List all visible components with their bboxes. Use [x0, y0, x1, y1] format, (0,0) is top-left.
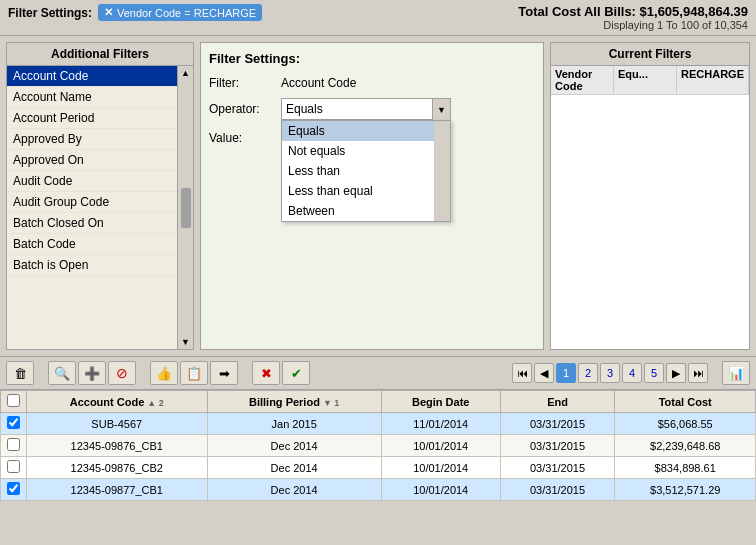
transfer-button[interactable]: ➡: [210, 361, 238, 385]
dropdown-scrollbar[interactable]: [434, 121, 450, 221]
page-2-button[interactable]: 2: [578, 363, 598, 383]
cell-billing-period: Dec 2014: [207, 457, 381, 479]
row-checkbox-cell[interactable]: [1, 457, 27, 479]
row-checkbox-cell[interactable]: [1, 435, 27, 457]
next-page-button[interactable]: ▶: [666, 363, 686, 383]
operator-row: Operator: Equals ▼ Equals Not equals Les…: [209, 98, 535, 120]
filter-item-approved-by[interactable]: Approved By: [7, 129, 177, 150]
current-filters-rows: [551, 95, 749, 349]
next-page-icon: ▶: [672, 367, 680, 380]
current-filters-title: Current Filters: [551, 43, 749, 66]
scroll-down-arrow[interactable]: ▼: [181, 337, 190, 347]
cell-total-cost: $834,898.61: [615, 457, 756, 479]
cell-billing-period: Jan 2015: [207, 413, 381, 435]
row-checkbox[interactable]: [7, 482, 20, 495]
table-row: 12345-09876_CB1 Dec 2014 10/01/2014 03/3…: [1, 435, 756, 457]
filter-item-account-name[interactable]: Account Name: [7, 87, 177, 108]
data-table: Account Code ▲ 2 Billing Period ▼ 1 Begi…: [0, 390, 756, 501]
table-row: SUB-4567 Jan 2015 11/01/2014 03/31/2015 …: [1, 413, 756, 435]
filter-tag-text: Vendor Code = RECHARGE: [117, 7, 256, 19]
filter-item-batch-is-open[interactable]: Batch is Open: [7, 255, 177, 276]
filter-item-batch-code[interactable]: Batch Code: [7, 234, 177, 255]
copy-button[interactable]: 📋: [180, 361, 208, 385]
scroll-thumb[interactable]: [181, 188, 191, 228]
cell-end: 03/31/2015: [500, 435, 615, 457]
search-icon: 🔍: [54, 366, 70, 381]
filter-settings-bar: Filter Settings: ✕ Vendor Code = RECHARG…: [8, 4, 262, 21]
table-wrapper: Account Code ▲ 2 Billing Period ▼ 1 Begi…: [0, 390, 756, 501]
prev-page-button[interactable]: ◀: [534, 363, 554, 383]
cell-begin-date: 10/01/2014: [381, 457, 500, 479]
displaying-label: Displaying 1 To 100 of 10,354: [518, 19, 748, 31]
dropdown-option-between[interactable]: Between: [282, 201, 450, 221]
filter-list-scrollbar[interactable]: ▲ ▼: [177, 66, 193, 349]
last-page-button[interactable]: ⏭: [688, 363, 708, 383]
remove-filter-button[interactable]: ✕: [104, 6, 113, 19]
page-4-button[interactable]: 4: [622, 363, 642, 383]
page-3-button[interactable]: 3: [600, 363, 620, 383]
cf-col-value: RECHARGE: [677, 66, 749, 94]
cell-begin-date: 10/01/2014: [381, 435, 500, 457]
active-filter-tag[interactable]: ✕ Vendor Code = RECHARGE: [98, 4, 262, 21]
main-area: Additional Filters Account Code Account …: [0, 36, 756, 356]
toolbar-group-delete: 🗑: [6, 361, 34, 385]
filter-item-approved-on[interactable]: Approved On: [7, 150, 177, 171]
row-checkbox[interactable]: [7, 460, 20, 473]
export-icon: 📊: [728, 366, 744, 381]
delete-button[interactable]: 🗑: [6, 361, 34, 385]
confirm-button[interactable]: ✔: [282, 361, 310, 385]
row-checkbox-cell[interactable]: [1, 413, 27, 435]
select-all-checkbox[interactable]: [7, 394, 20, 407]
page-1-button[interactable]: 1: [556, 363, 576, 383]
cell-account-code: 12345-09876_CB2: [27, 457, 208, 479]
dropdown-option-equals[interactable]: Equals: [282, 121, 450, 141]
pagination: ⏮ ◀ 1 2 3 4 5 ▶ ⏭: [512, 363, 708, 383]
filter-label: Filter:: [209, 76, 281, 90]
filter-item-batch-closed-on[interactable]: Batch Closed On: [7, 213, 177, 234]
operator-dropdown-arrow[interactable]: ▼: [432, 99, 450, 121]
dropdown-option-less-than-equal[interactable]: Less than equal: [282, 181, 450, 201]
table-row: 12345-09877_CB1 Dec 2014 10/01/2014 03/3…: [1, 479, 756, 501]
table-body: SUB-4567 Jan 2015 11/01/2014 03/31/2015 …: [1, 413, 756, 501]
filter-item-audit-code[interactable]: Audit Code: [7, 171, 177, 192]
operator-select-wrapper: Equals ▼ Equals Not equals Less than Les…: [281, 98, 451, 120]
toolbar-group-confirm: ✖ ✔: [252, 361, 310, 385]
filter-item-audit-group-code[interactable]: Audit Group Code: [7, 192, 177, 213]
scroll-up-arrow[interactable]: ▲: [181, 68, 190, 78]
col-header-checkbox: [1, 391, 27, 413]
approve-icon: 👍: [156, 366, 172, 381]
cell-account-code: 12345-09877_CB1: [27, 479, 208, 501]
cell-total-cost: $56,068.55: [615, 413, 756, 435]
row-checkbox[interactable]: [7, 416, 20, 429]
row-checkbox[interactable]: [7, 438, 20, 451]
toolbar: 🗑 🔍 ➕ ⊘ 👍 📋 ➡ ✖ ✔: [0, 356, 756, 390]
approve-button[interactable]: 👍: [150, 361, 178, 385]
col-header-billing-period[interactable]: Billing Period ▼ 1: [207, 391, 381, 413]
value-label: Value:: [209, 131, 281, 145]
total-cost-label: Total Cost All Bills: $1,605,948,864.39: [518, 4, 748, 19]
current-filters-panel: Current Filters Vendor Code Equ... RECHA…: [550, 42, 750, 350]
filter-item-account-code[interactable]: Account Code: [7, 66, 177, 87]
filter-item-account-period[interactable]: Account Period: [7, 108, 177, 129]
toolbar-group-workflow: 👍 📋 ➡: [150, 361, 238, 385]
search-button[interactable]: 🔍: [48, 361, 76, 385]
row-checkbox-cell[interactable]: [1, 479, 27, 501]
page-5-button[interactable]: 5: [644, 363, 664, 383]
reject-button[interactable]: ✖: [252, 361, 280, 385]
export-button[interactable]: 📊: [722, 361, 750, 385]
first-page-button[interactable]: ⏮: [512, 363, 532, 383]
dropdown-option-not-equals[interactable]: Not equals: [282, 141, 450, 161]
col-header-end[interactable]: End: [500, 391, 615, 413]
table-row: 12345-09876_CB2 Dec 2014 10/01/2014 03/3…: [1, 457, 756, 479]
filter-settings-panel: Filter Settings: Filter: Account Code Op…: [200, 42, 544, 350]
add-button[interactable]: ➕: [78, 361, 106, 385]
cancel-button[interactable]: ⊘: [108, 361, 136, 385]
dropdown-option-less-than[interactable]: Less than: [282, 161, 450, 181]
col-header-begin-date[interactable]: Begin Date: [381, 391, 500, 413]
transfer-icon: ➡: [219, 366, 230, 381]
first-page-icon: ⏮: [517, 367, 528, 379]
col-header-account-code[interactable]: Account Code ▲ 2: [27, 391, 208, 413]
col-header-total-cost[interactable]: Total Cost: [615, 391, 756, 413]
cell-billing-period: Dec 2014: [207, 479, 381, 501]
operator-select[interactable]: Equals ▼: [281, 98, 451, 120]
